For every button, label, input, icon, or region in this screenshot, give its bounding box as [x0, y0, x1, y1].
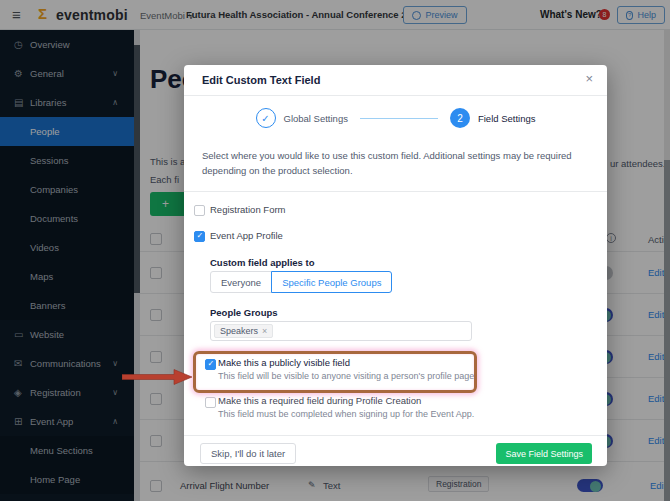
everyone-button[interactable]: Everyone — [210, 271, 272, 293]
modal-description: Select where you would like to use this … — [202, 149, 590, 178]
speakers-tag: Speakers × — [214, 324, 273, 338]
required-field-description: This field must be completed when signin… — [218, 409, 474, 419]
registration-form-label: Registration Form — [210, 204, 286, 215]
save-field-settings-button[interactable]: Save Field Settings — [496, 443, 592, 464]
skip-button[interactable]: Skip, I'll do it later — [200, 443, 296, 464]
step-indicator: ✓ Global Settings 2 Field Settings — [184, 108, 607, 128]
step-1-label: Global Settings — [284, 113, 348, 124]
step-1-check-icon: ✓ — [256, 108, 276, 128]
close-icon[interactable]: × — [585, 71, 593, 86]
remove-tag-icon[interactable]: × — [262, 326, 267, 336]
edit-custom-text-field-modal: Edit Custom Text Field × ✓ Global Settin… — [184, 65, 607, 466]
required-field-label: Make this a required field during Profil… — [218, 395, 421, 406]
step-2-number: 2 — [450, 108, 470, 128]
step-connector-line — [360, 118, 438, 119]
required-field-checkbox[interactable] — [205, 397, 216, 408]
publicly-visible-checkbox[interactable] — [205, 359, 216, 370]
divider — [184, 435, 607, 436]
registration-form-checkbox[interactable] — [194, 205, 205, 216]
people-groups-input[interactable]: Speakers × — [210, 321, 472, 341]
applies-to-label: Custom field applies to — [210, 257, 315, 268]
publicly-visible-label: Make this a publicly visible field — [218, 357, 350, 368]
divider — [184, 95, 607, 96]
specific-people-groups-button[interactable]: Specific People Groups — [271, 271, 392, 293]
step-2-label: Field Settings — [478, 113, 536, 124]
app-window: ≡ Σ eventmobi EventMobi ∨ Futura Health … — [0, 0, 670, 501]
publicly-visible-description: This field will be visible to anyone vis… — [218, 371, 477, 381]
event-app-profile-checkbox[interactable] — [194, 231, 205, 242]
divider — [184, 191, 607, 192]
people-groups-label: People Groups — [210, 307, 278, 318]
event-app-profile-label: Event App Profile — [210, 230, 283, 241]
applies-to-segmented-control: Everyone Specific People Groups — [210, 271, 392, 293]
modal-title: Edit Custom Text Field — [202, 74, 320, 86]
